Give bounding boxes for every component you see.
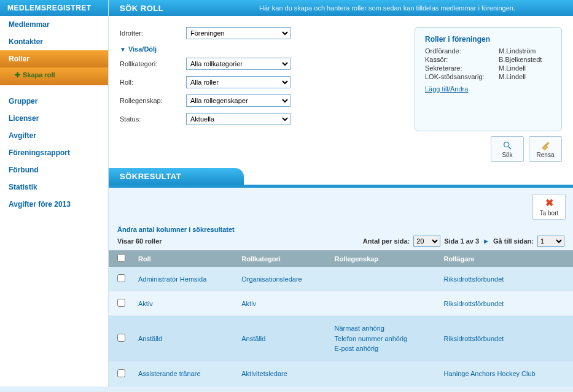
- role-value: M.Lindström: [499, 47, 536, 55]
- results-table: Roll Rollkategori Rollegenskap Rollägare…: [109, 250, 573, 386]
- row-checkbox[interactable]: [117, 369, 125, 377]
- role-key: Sekreterare:: [425, 64, 499, 72]
- role-key: Ordförande:: [425, 47, 499, 55]
- results-count: Visar 60 roller: [117, 237, 162, 245]
- rollagare-link[interactable]: Riksidrottsförbundet: [444, 335, 504, 342]
- sidebar-item-avgifter-2013[interactable]: Avgifter före 2013: [0, 196, 108, 213]
- rollagare-link[interactable]: Haninge Anchors Hockey Club: [444, 370, 536, 377]
- search-icon: [502, 140, 512, 150]
- sidebar-sub-label: Skapa roll: [23, 71, 55, 79]
- row-checkbox[interactable]: [117, 299, 125, 307]
- roll-link[interactable]: Administratör Hemsida: [138, 275, 206, 283]
- add-edit-link[interactable]: Lägg till/Ändra: [425, 85, 468, 93]
- goto-page-select[interactable]: 1: [537, 236, 564, 247]
- sidebar-item-foreningsrapport[interactable]: Föreningsrapport: [0, 144, 108, 161]
- rollkategori-label: Rollkategori:: [120, 60, 186, 67]
- sidebar-item-roller[interactable]: Roller: [0, 50, 108, 67]
- rollkategori-link[interactable]: Organisationsledare: [241, 275, 302, 283]
- rollagare-link[interactable]: Riksidrottsförbundet: [444, 300, 504, 307]
- idrotter-label: Idrotter:: [120, 29, 186, 37]
- roles-box-title: Roller i föreningen: [425, 35, 552, 44]
- svg-line-1: [509, 147, 511, 149]
- toggle-label: Visa/Dölj: [128, 45, 157, 53]
- clear-button[interactable]: Rensa: [529, 136, 562, 162]
- col-roll[interactable]: Roll: [133, 250, 236, 267]
- sidebar-item-licenser[interactable]: Licenser: [0, 110, 108, 127]
- role-value: B.Bjelkenstedt: [499, 56, 542, 63]
- status-label: Status:: [120, 115, 186, 123]
- page-description: Här kan du skapa och hantera roller som …: [259, 4, 573, 12]
- sidebar: MEDLEMSREGISTRET Medlemmar Kontakter Rol…: [0, 0, 109, 386]
- row-checkbox[interactable]: [117, 334, 125, 342]
- status-select[interactable]: Aktuella: [186, 113, 290, 125]
- row-checkbox[interactable]: [117, 274, 125, 282]
- sidebar-item-medlemmar[interactable]: Medlemmar: [0, 16, 108, 33]
- roll-link[interactable]: Anställd: [138, 335, 162, 342]
- roles-box: Roller i föreningen Ordförande:M.Lindstr…: [415, 27, 562, 131]
- col-rollkategori[interactable]: Rollkategori: [236, 250, 329, 267]
- table-row: AnställdAnställdNärmast anhörigTelefon n…: [109, 316, 573, 362]
- clear-button-label: Rensa: [537, 152, 555, 158]
- per-page-label: Antal per sida:: [363, 237, 410, 245]
- role-key: LOK-stödsansvarig:: [425, 73, 499, 80]
- sidebar-header: MEDLEMSREGISTRET: [0, 0, 108, 16]
- rollegenskap-label: Rollegenskap:: [120, 97, 186, 104]
- rollkategori-select[interactable]: Alla rollkategorier: [186, 58, 290, 70]
- rollkategori-link[interactable]: Anställd: [241, 335, 265, 342]
- per-page-select[interactable]: 20: [413, 236, 440, 247]
- roll-select[interactable]: Alla roller: [186, 76, 290, 88]
- rollegenskap-select[interactable]: Alla rollegenskaper: [186, 94, 290, 107]
- plus-icon: ✚: [15, 71, 20, 79]
- search-button[interactable]: Sök: [491, 136, 524, 162]
- roll-label: Roll:: [120, 79, 186, 86]
- delete-button[interactable]: ✖ Ta bort: [532, 194, 566, 220]
- rollegenskap-link[interactable]: Telefon nummer anhörig: [335, 334, 434, 344]
- rollegenskap-link[interactable]: Närmast anhörig: [335, 323, 434, 334]
- sidebar-item-forbund[interactable]: Förbund: [0, 161, 108, 179]
- search-button-label: Sök: [502, 152, 512, 158]
- role-value: M.Lindell: [499, 73, 526, 80]
- page-text: Sida 1 av 3: [444, 237, 479, 245]
- change-columns-link[interactable]: Ändra antal kolumner i sökresultatet: [117, 226, 235, 233]
- topbar: SÖK ROLL Här kan du skapa och hantera ro…: [109, 0, 573, 16]
- roll-link[interactable]: Assisterande tränare: [138, 370, 201, 377]
- table-row: Administratör HemsidaOrganisationsledare…: [109, 267, 573, 291]
- sidebar-item-grupper[interactable]: Grupper: [0, 93, 108, 110]
- rollkategori-link[interactable]: Aktiv: [241, 300, 256, 307]
- results-header: SÖKRESULTAT: [109, 168, 244, 185]
- sidebar-sub-skapa-roll[interactable]: ✚Skapa roll: [0, 67, 108, 85]
- page-title: SÖK ROLL: [109, 4, 259, 13]
- filters: Idrotter: Föreningen ▼ Visa/Dölj Rollkat…: [120, 27, 402, 131]
- idrotter-select[interactable]: Föreningen: [186, 27, 290, 39]
- svg-rect-2: [545, 142, 549, 146]
- sidebar-item-statistik[interactable]: Statistik: [0, 179, 108, 196]
- col-rollagare[interactable]: Rollägare: [439, 250, 573, 267]
- chevron-down-icon: ▼: [120, 46, 126, 53]
- role-value: M.Lindell: [499, 64, 526, 72]
- table-row: AktivAktivRiksidrottsförbundet: [109, 291, 573, 316]
- sidebar-item-kontakter[interactable]: Kontakter: [0, 33, 108, 50]
- role-key: Kassör:: [425, 56, 499, 63]
- close-icon: ✖: [545, 197, 553, 209]
- visa-dolj-toggle[interactable]: ▼ Visa/Dölj: [120, 45, 186, 53]
- svg-point-0: [504, 142, 509, 147]
- sidebar-item-avgifter[interactable]: Avgifter: [0, 127, 108, 144]
- results-panel: ✖ Ta bort Ändra antal kolumner i sökresu…: [109, 185, 573, 386]
- rollagare-link[interactable]: Riksidrottsförbundet: [444, 275, 504, 283]
- next-page-icon[interactable]: ►: [483, 237, 489, 245]
- rollkategori-link[interactable]: Aktivitetsledare: [241, 370, 287, 377]
- rollegenskap-link[interactable]: E-post anhörig: [335, 344, 434, 354]
- delete-button-label: Ta bort: [540, 210, 559, 217]
- roll-link[interactable]: Aktiv: [138, 300, 153, 307]
- goto-label: Gå till sidan:: [493, 237, 534, 245]
- eraser-icon: [540, 140, 550, 150]
- main: SÖK ROLL Här kan du skapa och hantera ro…: [109, 0, 573, 386]
- col-rollegenskap[interactable]: Rollegenskap: [330, 250, 439, 267]
- select-all-checkbox[interactable]: [117, 254, 125, 262]
- table-row: Assisterande tränareAktivitetsledareHani…: [109, 361, 573, 386]
